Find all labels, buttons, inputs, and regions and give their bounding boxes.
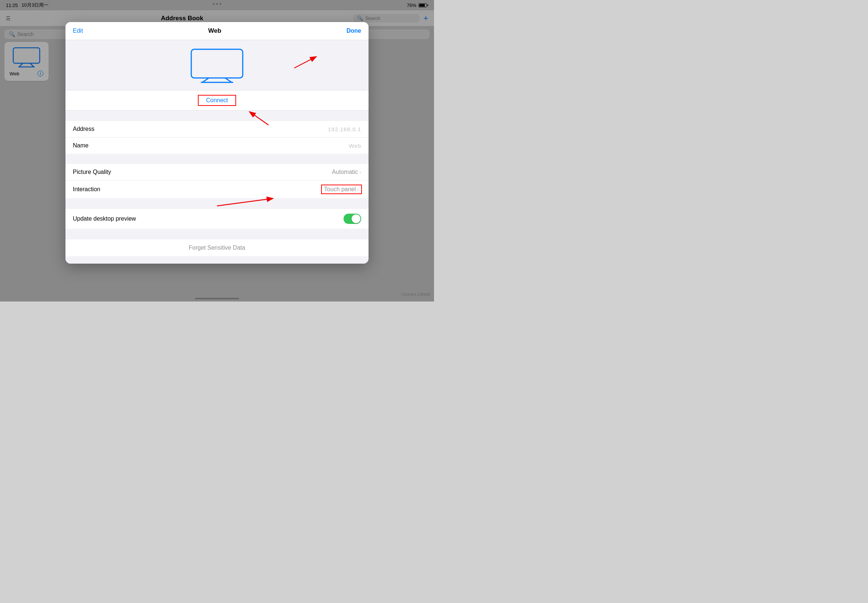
modal-header: Edit Web Done — [65, 22, 368, 40]
name-value: Web — [349, 143, 361, 149]
settings-group-toggle: Update desktop preview — [65, 209, 368, 229]
svg-line-5 — [202, 78, 209, 82]
section-divider-1 — [65, 111, 368, 121]
edit-button[interactable]: Edit — [73, 28, 83, 34]
address-row: Address 192.168.0.1 — [65, 121, 368, 138]
forget-button[interactable]: Forget Sensitive Data — [189, 244, 245, 251]
chevron-icon-quality: › — [359, 169, 361, 175]
connect-button[interactable]: Connect — [199, 96, 235, 105]
picture-quality-label: Picture Quality — [73, 169, 111, 175]
name-label: Name — [73, 142, 89, 149]
name-row: Name Web — [65, 138, 368, 154]
svg-line-6 — [225, 78, 232, 82]
address-label: Address — [73, 126, 94, 132]
modal-bottom — [65, 256, 368, 264]
toggle-label: Update desktop preview — [73, 215, 136, 222]
section-divider-4 — [65, 229, 368, 239]
touch-panel-value: Touch panel › — [322, 185, 361, 193]
settings-group-address: Address 192.168.0.1 Name Web — [65, 121, 368, 154]
interaction-label: Interaction — [73, 186, 101, 193]
desktop-preview-toggle[interactable] — [343, 213, 361, 224]
forget-section: Forget Sensitive Data — [65, 240, 368, 256]
done-button[interactable]: Done — [347, 28, 361, 34]
settings-group-options: Picture Quality Automatic › Interaction … — [65, 164, 368, 198]
chevron-icon-interaction: › — [357, 186, 359, 192]
connect-row: Connect — [65, 90, 368, 111]
touch-panel-text: Touch panel — [324, 186, 356, 193]
modal-sheet: Edit Web Done Connect Address 192.168.0.… — [65, 22, 368, 264]
section-divider-2 — [65, 154, 368, 164]
modal-title: Web — [208, 27, 221, 34]
svg-rect-4 — [191, 49, 243, 78]
interaction-row[interactable]: Interaction Touch panel › — [65, 181, 368, 198]
monitor-preview — [65, 40, 368, 90]
section-divider-3 — [65, 198, 368, 209]
picture-quality-row[interactable]: Picture Quality Automatic › — [65, 164, 368, 181]
toggle-row: Update desktop preview — [65, 209, 368, 229]
address-value: 192.168.0.1 — [328, 126, 361, 132]
monitor-preview-icon — [187, 48, 246, 84]
picture-quality-value: Automatic › — [332, 169, 361, 175]
toggle-thumb — [351, 214, 361, 223]
